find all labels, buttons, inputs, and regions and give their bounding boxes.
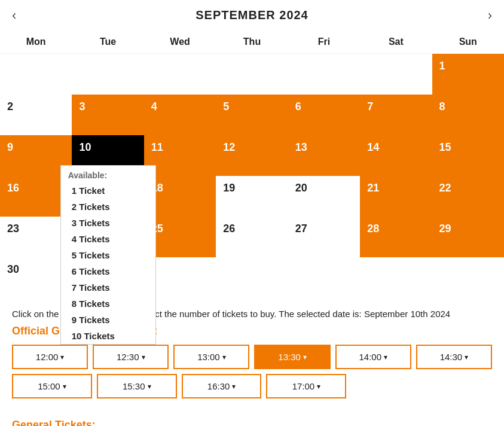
cell-number: 4 <box>151 101 157 113</box>
calendar-cell[interactable]: 27 <box>288 217 360 257</box>
cell-number: 10 <box>79 141 91 154</box>
ticket-option[interactable]: 3 Tickets <box>61 215 155 231</box>
calendar-grid: 12345678910Available:1 Ticket2 Tickets3 … <box>0 54 504 298</box>
ticket-option[interactable]: 1 Ticket <box>61 182 155 199</box>
calendar-cell <box>0 54 72 95</box>
calendar-container: ‹ SEPTEMBER 2024 › MonTueWedThuFriSatSun… <box>0 0 504 426</box>
chevron-down-icon: ▾ <box>384 353 387 361</box>
cell-number: 8 <box>439 101 445 113</box>
time-label: 15:30 <box>123 381 145 391</box>
calendar-cell[interactable]: 5 <box>216 95 288 135</box>
time-label: 17:00 <box>292 381 315 391</box>
calendar-cell[interactable]: 4 <box>144 95 216 135</box>
calendar-cell <box>432 257 504 298</box>
cell-number: 20 <box>295 182 307 194</box>
chevron-down-icon: ▾ <box>303 353 307 361</box>
cell-number: 21 <box>367 182 379 194</box>
calendar-cell <box>216 257 288 298</box>
ticket-option[interactable]: 7 Tickets <box>61 279 155 296</box>
time-button[interactable]: 13:30 ▾ <box>254 345 330 369</box>
day-header-mon: Mon <box>0 31 72 53</box>
chevron-down-icon: ▾ <box>60 353 64 361</box>
day-header-wed: Wed <box>144 31 216 53</box>
time-button[interactable]: 16:30 ▾ <box>182 374 262 398</box>
time-grid-row1: 12:00 ▾12:30 ▾13:00 ▾13:30 ▾14:00 ▾14:30… <box>12 345 492 369</box>
calendar-cell[interactable]: 19 <box>216 176 288 217</box>
cell-number: 23 <box>7 223 19 235</box>
chevron-down-icon: ▾ <box>232 382 236 391</box>
cell-number: 11 <box>151 141 163 154</box>
time-label: 13:00 <box>197 352 220 362</box>
next-month-button[interactable]: › <box>482 5 498 26</box>
cell-number: 28 <box>367 223 379 235</box>
time-button[interactable]: 13:00 ▾ <box>173 345 249 369</box>
time-button[interactable]: 15:30 ▾ <box>97 374 177 398</box>
calendar-cell[interactable]: 1 <box>432 54 504 95</box>
calendar-cell <box>216 54 288 95</box>
cell-number: 7 <box>367 101 373 113</box>
calendar-cell[interactable]: 10Available:1 Ticket2 Tickets3 Tickets4 … <box>72 135 143 176</box>
calendar-cell[interactable]: 22 <box>432 176 504 217</box>
ticket-option[interactable]: 9 Tickets <box>61 312 155 328</box>
cell-number: 29 <box>439 223 451 235</box>
day-header-thu: Thu <box>216 31 288 53</box>
calendar-cell[interactable]: 8 <box>432 95 504 135</box>
cell-number: 2 <box>7 101 13 113</box>
time-button[interactable]: 14:30 ▾ <box>416 345 492 369</box>
time-label: 12:30 <box>117 352 139 362</box>
cell-number: 15 <box>439 141 451 154</box>
calendar-cell[interactable]: 15 <box>432 135 504 176</box>
cell-number: 1 <box>439 60 445 72</box>
calendar-cell <box>360 54 432 95</box>
ticket-option[interactable]: 6 Tickets <box>61 263 155 279</box>
ticket-option[interactable]: 8 Tickets <box>61 296 155 312</box>
calendar-cell <box>288 257 360 298</box>
cell-number: 6 <box>295 101 301 113</box>
chevron-down-icon: ▾ <box>465 353 468 361</box>
calendar-cell[interactable]: 7 <box>360 95 432 135</box>
day-header-sun: Sun <box>432 31 504 53</box>
ticket-option[interactable]: 10 Tickets <box>61 328 155 344</box>
calendar-cell[interactable]: 29 <box>432 217 504 257</box>
calendar-cell[interactable]: 21 <box>360 176 432 217</box>
time-label: 15:00 <box>38 381 60 391</box>
time-button[interactable]: 14:00 ▾ <box>335 345 411 369</box>
calendar-cell[interactable]: 12 <box>216 135 288 176</box>
calendar-cell[interactable]: 3 <box>72 95 143 135</box>
calendar-header: ‹ SEPTEMBER 2024 › <box>0 0 504 31</box>
prev-month-button[interactable]: ‹ <box>6 5 22 26</box>
day-header-fri: Fri <box>288 31 360 53</box>
calendar-cell[interactable]: 13 <box>288 135 360 176</box>
ticket-option[interactable]: 4 Tickets <box>61 231 155 247</box>
time-button[interactable]: 15:00 ▾ <box>12 374 92 398</box>
time-button[interactable]: 12:30 ▾ <box>93 345 169 369</box>
day-header-sat: Sat <box>360 31 432 53</box>
chevron-down-icon: ▾ <box>222 353 226 361</box>
cell-number: 27 <box>295 223 307 235</box>
calendar-cell <box>72 54 143 95</box>
calendar-title: SEPTEMBER 2024 <box>196 8 308 22</box>
calendar-cell[interactable]: 28 <box>360 217 432 257</box>
time-label: 14:30 <box>440 352 463 362</box>
general-section: General Tickets: WE ARE SORRY TO INFORM … <box>0 409 504 426</box>
day-header-tue: Tue <box>72 31 143 53</box>
ticket-option[interactable]: 5 Tickets <box>61 247 155 263</box>
cell-number: 19 <box>223 182 235 194</box>
calendar-cell <box>288 54 360 95</box>
calendar-cell[interactable]: 6 <box>288 95 360 135</box>
cell-number: 22 <box>439 182 451 194</box>
time-button[interactable]: 17:00 ▾ <box>266 374 346 398</box>
cell-number: 3 <box>79 101 85 113</box>
calendar-cell[interactable]: 20 <box>288 176 360 217</box>
chevron-down-icon: ▾ <box>63 382 66 391</box>
calendar-cell[interactable]: 26 <box>216 217 288 257</box>
ticket-option[interactable]: 2 Tickets <box>61 199 155 215</box>
time-grid-row2: 15:00 ▾15:30 ▾16:30 ▾17:00 ▾ <box>12 374 346 398</box>
calendar-cell[interactable]: 2 <box>0 95 72 135</box>
chevron-down-icon: ▾ <box>142 353 145 361</box>
cell-number: 12 <box>223 141 235 154</box>
calendar-cell[interactable]: 14 <box>360 135 432 176</box>
time-button[interactable]: 12:00 ▾ <box>12 345 88 369</box>
time-label: 12:00 <box>36 352 59 362</box>
cell-number: 16 <box>7 182 19 194</box>
